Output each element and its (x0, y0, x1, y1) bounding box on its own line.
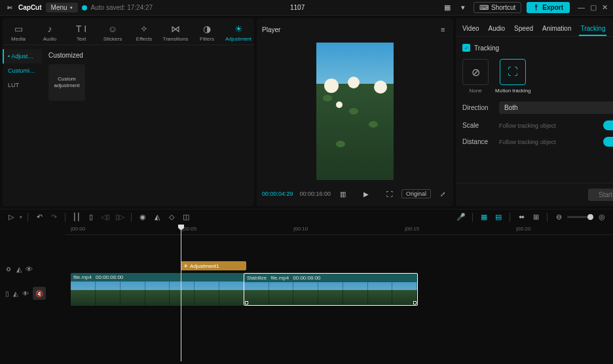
mirror-tool[interactable]: ◭ (151, 211, 163, 223)
video-clip-2[interactable]: Stabilize file.mp4 00:00:08:00 (244, 273, 418, 306)
export-icon: ⭱ (533, 4, 540, 11)
filters-icon: ◑ (203, 24, 211, 34)
tab-transitions[interactable]: ⋈Transitions (160, 21, 191, 45)
app-logo: ✄ (5, 3, 14, 12)
adjustment-content: Customized Custom adjustment (42, 45, 254, 206)
mic-icon[interactable]: 🎤 (455, 211, 467, 223)
side-tab-adjustment[interactable]: • Adjustment (3, 49, 42, 64)
close-button[interactable]: ✕ (602, 3, 608, 12)
timeline-toolbar: ▷ ▾ ↶ ↷ ⎮⎮ ▯ ◁▯ ▯▷ ◉ ◭ ◇ ◫ 🎤 ▦ ▤ ⬌ ⊞ ⊖ ◎ (0, 209, 613, 225)
speed-tool[interactable]: ◉ (137, 211, 149, 223)
ruler-tick: |00:05 (182, 226, 196, 232)
adjustment-side-tabs: • Adjustment Customi… LUT (3, 45, 42, 206)
tab-effects[interactable]: ✧Effects (128, 21, 160, 45)
clip-handle-right[interactable] (413, 301, 417, 304)
tab-media[interactable]: ▭Media (3, 21, 34, 45)
tab-filters[interactable]: ◑Filters (191, 21, 223, 45)
custom-adjustment-card[interactable]: Custom adjustment (48, 64, 85, 101)
eye-icon[interactable]: 👁 (26, 265, 33, 273)
tab-adjustment[interactable]: ☀Adjustment (223, 21, 254, 45)
distance-toggle[interactable] (603, 137, 613, 147)
select-chevron[interactable]: ▾ (20, 215, 22, 220)
timeline[interactable]: |00:00 |00:05 |00:10 |00:15 |00:20 ⭘ ◭ 👁… (0, 225, 613, 361)
crop-tool[interactable]: ◫ (180, 211, 192, 223)
adjustment-clip-label: Adjustment1 (190, 263, 219, 269)
split-tool[interactable]: ⎮⎮ (71, 211, 83, 223)
player-controls: 00:00:04:29 00:00:16:00 ▥ ▶ ⛶ Original ⤢ (262, 187, 448, 201)
shortcut-button[interactable]: ⌨ Shortcut (474, 2, 521, 13)
side-tab-customized[interactable]: Customi… (3, 64, 42, 78)
mode-none[interactable]: ⊘ None (462, 59, 489, 94)
delete-left-tool[interactable]: ◁▯ (100, 211, 111, 223)
adj-track-header: ⭘ ◭ 👁 (0, 261, 65, 277)
side-tab-lut[interactable]: LUT (3, 78, 42, 92)
scale-toggle[interactable] (603, 120, 613, 130)
hide-icon[interactable]: ◭ (13, 290, 18, 297)
tracking-checkbox[interactable]: ✓ (462, 44, 470, 52)
insp-tab-animation[interactable]: Animation (541, 22, 572, 36)
magnet-main-icon[interactable]: ▦ (478, 211, 490, 223)
eye-icon[interactable]: 👁 (22, 290, 29, 297)
zoom-out-icon[interactable]: ⊖ (553, 211, 565, 223)
lock-icon[interactable]: ⭘ (5, 265, 12, 273)
tab-text[interactable]: T IText (65, 21, 97, 45)
magnet-track-icon[interactable]: ▤ (492, 211, 504, 223)
fullscreen-icon[interactable]: ⤢ (437, 189, 448, 199)
rotate-tool[interactable]: ◇ (166, 211, 177, 223)
player-menu-icon[interactable]: ≡ (437, 24, 448, 35)
clip1-duration: 00:00:08:00 (96, 274, 123, 280)
autosave-text: Auto saved: 17:24:27 (91, 4, 153, 11)
mute-icon[interactable]: 🔇 (33, 287, 46, 300)
ruler-tick: |00:20 (516, 226, 530, 232)
redo-button[interactable]: ↷ (48, 211, 60, 223)
select-tool[interactable]: ▷ (5, 211, 17, 223)
undo-button[interactable]: ↶ (33, 211, 45, 223)
video-preview[interactable] (262, 35, 448, 187)
layout-icon[interactable]: ▦ (442, 3, 453, 13)
play-button[interactable]: ▶ (361, 189, 371, 199)
time-ruler[interactable]: |00:00 |00:05 |00:10 |00:15 |00:20 (65, 225, 613, 235)
chevron-down-icon: ▾ (70, 5, 73, 10)
menu-button[interactable]: Menu ▾ (46, 3, 78, 12)
maximize-button[interactable]: ▢ (590, 3, 597, 12)
insp-tab-audio[interactable]: Audio (487, 22, 507, 36)
columns-icon[interactable]: ▥ (337, 189, 348, 199)
mode-motion-tracking[interactable]: ⛶ Motion tracking (495, 59, 530, 94)
customized-heading: Customized (48, 52, 248, 59)
zoom-slider[interactable] (567, 216, 593, 218)
minimize-button[interactable]: — (578, 3, 585, 12)
adjustment-clip[interactable]: ☀ Adjustment1 (181, 261, 246, 270)
insp-tab-speed[interactable]: Speed (513, 22, 534, 36)
effects-icon: ✧ (140, 24, 148, 34)
layout-chevron-icon[interactable]: ▾ (458, 3, 468, 13)
clip2-effect: Stabilize (247, 275, 267, 281)
zoom-fit-icon[interactable]: ◎ (596, 211, 608, 223)
tab-audio[interactable]: ♪Audio (34, 21, 65, 45)
preview-icon[interactable]: ⊞ (530, 211, 542, 223)
clip2-duration: 00:00:08:00 (293, 275, 320, 281)
original-button[interactable]: Original (401, 189, 431, 198)
start-button[interactable]: Start (588, 189, 613, 201)
export-button[interactable]: ⭱ Export (527, 2, 570, 13)
clip-handle-left[interactable] (245, 301, 248, 304)
insp-tab-tracking[interactable]: Tracking (579, 22, 606, 36)
clip2-name: file.mp4 (270, 275, 289, 281)
insp-tab-video[interactable]: Video (461, 22, 480, 36)
hide-icon[interactable]: ◭ (16, 265, 22, 274)
link-icon[interactable]: ⬌ (515, 211, 527, 223)
menu-label: Menu (51, 4, 67, 11)
transitions-icon: ⋈ (171, 24, 180, 34)
motion-tracking-icon: ⛶ (508, 66, 518, 78)
lock-icon[interactable]: ▯ (5, 290, 9, 297)
text-icon: T I (76, 24, 86, 34)
direction-select[interactable]: Both ▾ (499, 101, 613, 114)
app-brand: CapCut (18, 4, 42, 11)
delete-tool[interactable]: ▯ (85, 211, 97, 223)
tab-stickers[interactable]: ☺Stickers (97, 21, 128, 45)
playhead[interactable] (181, 225, 181, 361)
delete-right-tool[interactable]: ▯▷ (114, 211, 126, 223)
project-title: 1107 (153, 4, 442, 11)
adjustment-clip-icon: ☀ (183, 263, 188, 269)
ratio-icon[interactable]: ⛶ (384, 189, 395, 199)
timecode-current: 00:00:04:29 (262, 191, 293, 197)
